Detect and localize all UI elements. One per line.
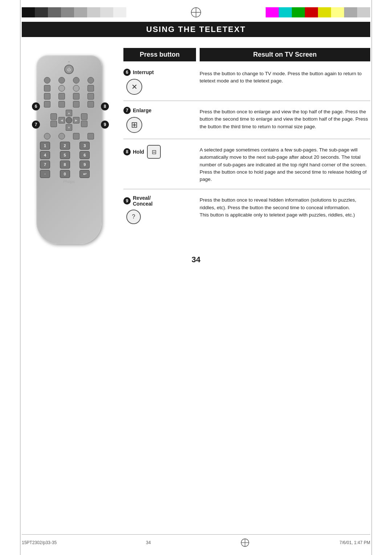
- remote-num-6[interactable]: 6: [79, 151, 90, 159]
- result-hold: A selected page sometimes contains a few…: [200, 145, 370, 183]
- color-block-cyan: [279, 7, 292, 17]
- remote-vol-down[interactable]: [50, 121, 57, 127]
- remote-ch-down[interactable]: [81, 121, 87, 127]
- remote-ch-up[interactable]: [81, 113, 87, 120]
- reveal-text: Reveal/Conceal: [133, 195, 152, 207]
- footer-page: 34: [146, 540, 151, 545]
- remote-container: 6 7 8 9 ⏻: [29, 55, 109, 244]
- remote-down[interactable]: ▼: [66, 124, 72, 131]
- color-block-lightgray: [357, 7, 370, 17]
- crosshair-center: [190, 7, 202, 18]
- result-interrupt: Press the button to change to TV mode. P…: [200, 69, 370, 95]
- result-header: Result on TV Screen: [200, 48, 370, 61]
- remote-num-2[interactable]: 2: [60, 142, 70, 150]
- color-block-5: [74, 7, 87, 17]
- remote-num-3[interactable]: 3: [79, 142, 90, 150]
- remote-num-5[interactable]: 5: [60, 151, 70, 159]
- row-enlarge: 7 Enlarge ⊞ Press the button once to enl…: [123, 107, 370, 139]
- interrupt-icon: ✕: [126, 79, 142, 95]
- remote-btn-enlarge[interactable]: [73, 85, 79, 92]
- vertical-line-left: [20, 0, 21, 555]
- press-col-hold: 8 Hold ⊟: [123, 145, 196, 183]
- remote-btn-10[interactable]: [44, 101, 50, 108]
- result-reveal: Press the button once to reveal hidden i…: [200, 195, 370, 224]
- remote-btn-8[interactable]: [73, 93, 79, 100]
- title-bar: USING THE TELETEXT: [22, 22, 370, 37]
- row-hold: 8 Hold ⊟ A selected page sometimes conta…: [123, 145, 370, 189]
- remote-num-dot[interactable]: ·: [40, 170, 50, 178]
- remote-center[interactable]: [66, 117, 72, 123]
- remote-btn-teletext[interactable]: [44, 85, 50, 92]
- remote-badge-6: 6: [32, 102, 40, 110]
- press-button-header: Press button: [123, 48, 196, 61]
- remote-btn-5[interactable]: [87, 85, 94, 92]
- remote-body: ⏻: [36, 55, 102, 244]
- remote-btn-4[interactable]: [87, 77, 94, 84]
- remote-btn-hold[interactable]: [58, 133, 65, 139]
- remote-btn-6[interactable]: [44, 93, 50, 100]
- footer-date: 7/6/01, 1:47 PM: [339, 540, 370, 545]
- color-block-1: [22, 7, 35, 17]
- remote-num-recall[interactable]: ↩: [79, 170, 90, 178]
- remote-num-1[interactable]: 1: [40, 142, 50, 150]
- remote-num-8[interactable]: 8: [60, 161, 70, 169]
- remote-badge-8: 8: [101, 102, 109, 110]
- color-block-3: [48, 7, 61, 17]
- reveal-icon: ?: [126, 210, 141, 224]
- remote-badge-7: 7: [32, 121, 40, 129]
- remote-btn-3[interactable]: [73, 77, 79, 84]
- enlarge-icon: ⊞: [126, 117, 142, 133]
- remote-vol-up[interactable]: [50, 113, 57, 120]
- remote-num-7[interactable]: 7: [40, 161, 50, 169]
- vertical-line-right: [371, 0, 372, 555]
- color-block-gray: [344, 7, 357, 17]
- remote-btn-16[interactable]: [87, 133, 94, 139]
- color-block-magenta: [266, 7, 279, 17]
- hold-label: 8 Hold: [123, 148, 144, 155]
- remote-power-btn[interactable]: ⏻: [64, 65, 74, 74]
- color-block-red: [305, 7, 318, 17]
- interrupt-text: Interrupt: [133, 69, 154, 75]
- remote-btn-12[interactable]: [73, 101, 79, 108]
- remote-btn-15[interactable]: [73, 133, 79, 139]
- remote-illustration: 6 7 8 9 ⏻: [22, 48, 116, 244]
- reveal-num: 9: [123, 197, 131, 204]
- remote-btn-2[interactable]: [58, 77, 65, 84]
- remote-btn-1[interactable]: [44, 77, 50, 84]
- press-col-enlarge: 7 Enlarge ⊞: [123, 107, 196, 133]
- color-block-yellow: [318, 7, 331, 17]
- main-content: 6 7 8 9 ⏻: [0, 37, 392, 244]
- press-col-reveal: 9 Reveal/Conceal ?: [123, 195, 196, 224]
- remote-up[interactable]: ▲: [66, 110, 72, 116]
- philips-logo: Philips: [40, 179, 98, 184]
- footer-model: 15PT2302/p33-35: [22, 540, 57, 545]
- result-enlarge: Press the button once to enlarge and vie…: [200, 107, 370, 133]
- color-block-green: [292, 7, 305, 17]
- remote-badge-9: 9: [101, 121, 109, 129]
- press-col-interrupt: 6 Interrupt ✕: [123, 69, 196, 95]
- remote-num-4[interactable]: 4: [40, 151, 50, 159]
- interrupt-label: 6 Interrupt: [123, 69, 196, 76]
- color-block-6: [87, 7, 100, 17]
- remote-right[interactable]: ▶: [73, 117, 79, 123]
- remote-btn-11[interactable]: [58, 101, 65, 108]
- remote-btn-13[interactable]: [87, 101, 94, 108]
- enlarge-num: 7: [123, 107, 131, 114]
- reveal-label: 9 Reveal/Conceal: [123, 195, 196, 207]
- remote-btn-7[interactable]: [58, 93, 65, 100]
- top-bar: [0, 0, 392, 18]
- color-block-7: [100, 7, 113, 17]
- hold-icon: ⊟: [147, 145, 161, 159]
- remote-btn-9[interactable]: [87, 93, 94, 100]
- table-side: Press button Result on TV Screen 6 Inter…: [116, 48, 370, 244]
- page-title: USING THE TELETEXT: [29, 25, 363, 34]
- footer-crosshair: [240, 538, 250, 548]
- hold-num: 8: [123, 148, 131, 155]
- row-interrupt: 6 Interrupt ✕ Press the button to change…: [123, 69, 370, 101]
- remote-num-0[interactable]: 0: [60, 170, 70, 178]
- remote-numpad: 1 2 3 4 5 6 7 8 9 · 0 ↩: [40, 142, 98, 178]
- remote-left[interactable]: ◀: [58, 117, 65, 123]
- remote-btn-14[interactable]: [44, 133, 50, 139]
- remote-num-9[interactable]: 9: [79, 161, 90, 169]
- remote-btn-interrupt[interactable]: [58, 85, 65, 92]
